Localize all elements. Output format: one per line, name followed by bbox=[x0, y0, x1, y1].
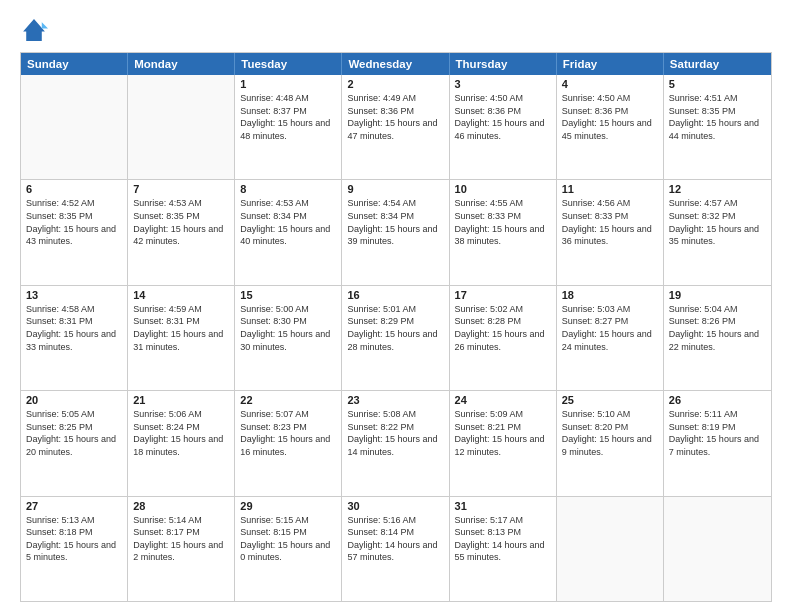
day-number: 31 bbox=[455, 500, 551, 512]
calendar-cell-18: 18Sunrise: 5:03 AMSunset: 8:27 PMDayligh… bbox=[557, 286, 664, 390]
cell-text: Daylight: 15 hours and 46 minutes. bbox=[455, 117, 551, 142]
cell-text: Sunrise: 4:56 AM bbox=[562, 197, 658, 210]
cell-text: Daylight: 15 hours and 22 minutes. bbox=[669, 328, 766, 353]
day-number: 14 bbox=[133, 289, 229, 301]
cell-text: Daylight: 15 hours and 9 minutes. bbox=[562, 433, 658, 458]
cell-text: Daylight: 15 hours and 33 minutes. bbox=[26, 328, 122, 353]
cell-text: Sunset: 8:31 PM bbox=[133, 315, 229, 328]
header-day-saturday: Saturday bbox=[664, 53, 771, 75]
cell-text: Sunset: 8:21 PM bbox=[455, 421, 551, 434]
cell-text: Sunrise: 4:58 AM bbox=[26, 303, 122, 316]
calendar-cell-2: 2Sunrise: 4:49 AMSunset: 8:36 PMDaylight… bbox=[342, 75, 449, 179]
cell-text: Daylight: 15 hours and 16 minutes. bbox=[240, 433, 336, 458]
cell-text: Sunrise: 4:54 AM bbox=[347, 197, 443, 210]
cell-text: Sunset: 8:20 PM bbox=[562, 421, 658, 434]
calendar-cell-3: 3Sunrise: 4:50 AMSunset: 8:36 PMDaylight… bbox=[450, 75, 557, 179]
day-number: 7 bbox=[133, 183, 229, 195]
calendar-cell-14: 14Sunrise: 4:59 AMSunset: 8:31 PMDayligh… bbox=[128, 286, 235, 390]
cell-text: Daylight: 15 hours and 26 minutes. bbox=[455, 328, 551, 353]
cell-text: Sunrise: 5:16 AM bbox=[347, 514, 443, 527]
cell-text: Daylight: 15 hours and 14 minutes. bbox=[347, 433, 443, 458]
calendar-row-2: 13Sunrise: 4:58 AMSunset: 8:31 PMDayligh… bbox=[21, 285, 771, 390]
day-number: 6 bbox=[26, 183, 122, 195]
calendar-cell-10: 10Sunrise: 4:55 AMSunset: 8:33 PMDayligh… bbox=[450, 180, 557, 284]
cell-text: Sunset: 8:35 PM bbox=[26, 210, 122, 223]
cell-text: Sunrise: 5:01 AM bbox=[347, 303, 443, 316]
cell-text: Sunset: 8:36 PM bbox=[562, 105, 658, 118]
day-number: 18 bbox=[562, 289, 658, 301]
cell-text: Daylight: 15 hours and 45 minutes. bbox=[562, 117, 658, 142]
cell-text: Sunrise: 4:55 AM bbox=[455, 197, 551, 210]
day-number: 9 bbox=[347, 183, 443, 195]
calendar-cell-28: 28Sunrise: 5:14 AMSunset: 8:17 PMDayligh… bbox=[128, 497, 235, 601]
cell-text: Daylight: 15 hours and 5 minutes. bbox=[26, 539, 122, 564]
calendar-cell-8: 8Sunrise: 4:53 AMSunset: 8:34 PMDaylight… bbox=[235, 180, 342, 284]
cell-text: Sunset: 8:22 PM bbox=[347, 421, 443, 434]
cell-text: Sunset: 8:23 PM bbox=[240, 421, 336, 434]
cell-text: Sunrise: 4:50 AM bbox=[562, 92, 658, 105]
cell-text: Daylight: 15 hours and 0 minutes. bbox=[240, 539, 336, 564]
calendar-cell-17: 17Sunrise: 5:02 AMSunset: 8:28 PMDayligh… bbox=[450, 286, 557, 390]
cell-text: Sunrise: 4:52 AM bbox=[26, 197, 122, 210]
cell-text: Sunset: 8:34 PM bbox=[240, 210, 336, 223]
header-day-monday: Monday bbox=[128, 53, 235, 75]
page: SundayMondayTuesdayWednesdayThursdayFrid… bbox=[0, 0, 792, 612]
day-number: 4 bbox=[562, 78, 658, 90]
cell-text: Sunrise: 5:17 AM bbox=[455, 514, 551, 527]
cell-text: Daylight: 15 hours and 18 minutes. bbox=[133, 433, 229, 458]
calendar-cell-1: 1Sunrise: 4:48 AMSunset: 8:37 PMDaylight… bbox=[235, 75, 342, 179]
cell-text: Sunrise: 5:05 AM bbox=[26, 408, 122, 421]
header-day-wednesday: Wednesday bbox=[342, 53, 449, 75]
cell-text: Daylight: 15 hours and 7 minutes. bbox=[669, 433, 766, 458]
cell-text: Sunset: 8:35 PM bbox=[133, 210, 229, 223]
calendar-cell-26: 26Sunrise: 5:11 AMSunset: 8:19 PMDayligh… bbox=[664, 391, 771, 495]
calendar-cell-20: 20Sunrise: 5:05 AMSunset: 8:25 PMDayligh… bbox=[21, 391, 128, 495]
cell-text: Sunset: 8:27 PM bbox=[562, 315, 658, 328]
day-number: 25 bbox=[562, 394, 658, 406]
calendar-cell-empty bbox=[21, 75, 128, 179]
cell-text: Daylight: 15 hours and 43 minutes. bbox=[26, 223, 122, 248]
calendar-cell-5: 5Sunrise: 4:51 AMSunset: 8:35 PMDaylight… bbox=[664, 75, 771, 179]
calendar-cell-6: 6Sunrise: 4:52 AMSunset: 8:35 PMDaylight… bbox=[21, 180, 128, 284]
header-day-tuesday: Tuesday bbox=[235, 53, 342, 75]
cell-text: Sunrise: 5:14 AM bbox=[133, 514, 229, 527]
day-number: 26 bbox=[669, 394, 766, 406]
cell-text: Sunrise: 5:04 AM bbox=[669, 303, 766, 316]
calendar-cell-30: 30Sunrise: 5:16 AMSunset: 8:14 PMDayligh… bbox=[342, 497, 449, 601]
cell-text: Daylight: 15 hours and 42 minutes. bbox=[133, 223, 229, 248]
calendar-cell-empty bbox=[557, 497, 664, 601]
cell-text: Sunset: 8:18 PM bbox=[26, 526, 122, 539]
calendar-cell-11: 11Sunrise: 4:56 AMSunset: 8:33 PMDayligh… bbox=[557, 180, 664, 284]
cell-text: Sunset: 8:24 PM bbox=[133, 421, 229, 434]
cell-text: Sunrise: 5:03 AM bbox=[562, 303, 658, 316]
day-number: 17 bbox=[455, 289, 551, 301]
day-number: 13 bbox=[26, 289, 122, 301]
calendar-cell-31: 31Sunrise: 5:17 AMSunset: 8:13 PMDayligh… bbox=[450, 497, 557, 601]
cell-text: Sunset: 8:19 PM bbox=[669, 421, 766, 434]
cell-text: Daylight: 15 hours and 30 minutes. bbox=[240, 328, 336, 353]
cell-text: Daylight: 15 hours and 31 minutes. bbox=[133, 328, 229, 353]
calendar-cell-21: 21Sunrise: 5:06 AMSunset: 8:24 PMDayligh… bbox=[128, 391, 235, 495]
header bbox=[20, 16, 772, 44]
header-day-thursday: Thursday bbox=[450, 53, 557, 75]
cell-text: Sunrise: 5:07 AM bbox=[240, 408, 336, 421]
cell-text: Daylight: 15 hours and 48 minutes. bbox=[240, 117, 336, 142]
cell-text: Daylight: 14 hours and 55 minutes. bbox=[455, 539, 551, 564]
cell-text: Daylight: 15 hours and 39 minutes. bbox=[347, 223, 443, 248]
cell-text: Daylight: 15 hours and 20 minutes. bbox=[26, 433, 122, 458]
cell-text: Sunrise: 5:09 AM bbox=[455, 408, 551, 421]
cell-text: Daylight: 15 hours and 36 minutes. bbox=[562, 223, 658, 248]
calendar-row-3: 20Sunrise: 5:05 AMSunset: 8:25 PMDayligh… bbox=[21, 390, 771, 495]
svg-marker-0 bbox=[23, 19, 45, 41]
calendar-cell-23: 23Sunrise: 5:08 AMSunset: 8:22 PMDayligh… bbox=[342, 391, 449, 495]
cell-text: Sunset: 8:30 PM bbox=[240, 315, 336, 328]
header-day-sunday: Sunday bbox=[21, 53, 128, 75]
calendar-body: 1Sunrise: 4:48 AMSunset: 8:37 PMDaylight… bbox=[21, 75, 771, 601]
day-number: 27 bbox=[26, 500, 122, 512]
cell-text: Sunrise: 4:53 AM bbox=[240, 197, 336, 210]
cell-text: Daylight: 15 hours and 2 minutes. bbox=[133, 539, 229, 564]
day-number: 20 bbox=[26, 394, 122, 406]
cell-text: Sunrise: 4:59 AM bbox=[133, 303, 229, 316]
cell-text: Sunset: 8:25 PM bbox=[26, 421, 122, 434]
cell-text: Sunset: 8:29 PM bbox=[347, 315, 443, 328]
